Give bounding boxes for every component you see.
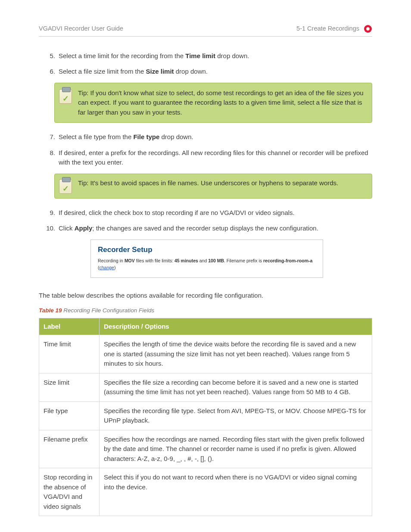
- clipboard-check-icon: [59, 89, 72, 104]
- page-header: VGADVI Recorder User Guide 5-1 Create Re…: [39, 24, 372, 37]
- step-text: Select a file size limit from the Size l…: [59, 68, 208, 75]
- th-label: Label: [39, 318, 100, 335]
- step-text: Click Apply; the changes are saved and t…: [59, 224, 318, 232]
- table-caption: Table 19 Recording File Configuration Fi…: [39, 306, 372, 315]
- step-text: If desired, click the check box to stop …: [59, 209, 295, 216]
- clipboard-check-icon: [59, 179, 72, 194]
- tip-callout: Tip: It's best to avoid spaces in file n…: [54, 174, 372, 199]
- ordered-steps-2: 7.Select a file type from the File type …: [39, 132, 372, 168]
- step-item: 5.Select a time limit for the recording …: [56, 51, 372, 61]
- table-row: Filename prefixSpecifies how the recordi…: [39, 430, 372, 468]
- header-section: 5-1 Create Recordings: [296, 24, 359, 34]
- step-text: Select a file type from the File type dr…: [59, 133, 193, 140]
- ordered-steps-3: 9.If desired, click the check box to sto…: [39, 208, 372, 233]
- config-fields-table: Label Description / Options Time limitSp…: [39, 318, 372, 516]
- th-description: Description / Options: [100, 318, 372, 335]
- step-item: 9.If desired, click the check box to sto…: [56, 208, 372, 218]
- recorder-setup-screenshot: Recorder Setup Recording in MOV files wi…: [90, 240, 323, 278]
- table-body: Time limitSpecifies the length of time t…: [39, 335, 372, 516]
- header-right: 5-1 Create Recordings: [296, 24, 372, 34]
- screenshot-title: Recorder Setup: [98, 244, 316, 255]
- step-item: 6.Select a file size limit from the Size…: [56, 67, 372, 77]
- step-text: Select a time limit for the recording fr…: [59, 52, 249, 59]
- step-item: 7.Select a file type from the File type …: [56, 132, 372, 142]
- table-row: Stop recording in the absence of VGA/DVI…: [39, 468, 372, 516]
- table-row: Size limitSpecifies the file size a reco…: [39, 373, 372, 401]
- tip-text: Tip: If you don't know what size to sele…: [78, 88, 365, 118]
- step-item: 10.Click Apply; the changes are saved an…: [56, 224, 372, 233]
- tip-text: Tip: It's best to avoid spaces in file n…: [78, 178, 338, 188]
- table-row: File typeSpecifies the recording file ty…: [39, 401, 372, 430]
- screenshot-status-line: Recording in MOV files with file limits:…: [98, 258, 316, 271]
- table-row: Time limitSpecifies the length of time t…: [39, 335, 372, 373]
- ordered-steps-1: 5.Select a time limit for the recording …: [39, 51, 372, 77]
- header-left: VGADVI Recorder User Guide: [39, 24, 123, 34]
- tip-callout: Tip: If you don't know what size to sele…: [54, 83, 372, 123]
- table-intro: The table below describes the options av…: [39, 291, 372, 301]
- step-item: 8.If desired, enter a prefix for the rec…: [56, 148, 372, 168]
- brand-logo-icon: [364, 25, 372, 33]
- change-link[interactable]: change: [100, 265, 114, 270]
- step-text: If desired, enter a prefix for the recor…: [59, 149, 368, 166]
